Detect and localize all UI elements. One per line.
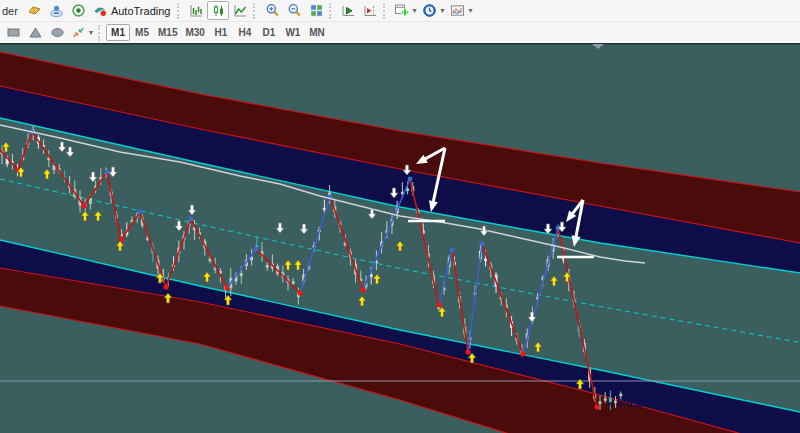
arrows-tool-icon [71,25,86,40]
zoom-out-button[interactable] [283,1,305,20]
toolbar-secondary: ▾M1M5M15M30H1H4D1W1MN [0,22,800,43]
bar-chart-icon [189,3,204,18]
ellipse-tool-button[interactable] [46,23,68,42]
toolbar-separator [383,3,388,19]
bar-chart-button[interactable] [185,1,207,20]
timeframe-m15-button[interactable]: M15 [154,24,181,41]
chevron-down-icon: ▾ [412,7,416,15]
zoom-in-icon [265,3,280,18]
toolbar-main: derAutoTrading▾▾▾ [0,0,800,22]
new-order-partial-label: der [2,5,18,17]
timeframe-mn-button[interactable]: MN [305,24,329,41]
toolbar-separator [253,3,258,19]
signal-icon [71,3,86,18]
add-indicator-icon [394,3,409,18]
signals-button[interactable] [68,1,90,20]
timeframe-h1-button[interactable]: H1 [209,24,233,41]
chevron-down-icon: ▾ [468,7,472,15]
triangle-tool-icon [28,25,43,40]
chart-shift-button[interactable] [359,1,381,20]
publisher-button[interactable] [46,1,68,20]
timeframe-d1-button[interactable]: D1 [257,24,281,41]
ellipse-tool-icon [50,25,65,40]
chart-shift-icon [363,3,378,18]
mt4-window: derAutoTrading▾▾▾ ▾M1M5M15M30H1H4D1W1MN … [0,0,800,433]
timeframe-w1-button[interactable]: W1 [281,24,305,41]
line-chart-button[interactable] [229,1,251,20]
order-tool-button[interactable] [24,1,46,20]
toolbar-separator [329,3,334,19]
zoom-in-button[interactable] [261,1,283,20]
line-chart-icon [233,3,248,18]
publisher-icon [49,3,64,18]
candlestick-icon [211,3,226,18]
autotrading-label: AutoTrading [111,5,173,17]
triangle-tool-button[interactable] [24,23,46,42]
timeframe-h4-button[interactable]: H4 [233,24,257,41]
auto-scroll-button[interactable] [337,1,359,20]
tile-windows-button[interactable] [305,1,327,20]
toolbar-separator [98,25,103,41]
rectangle-tool-icon [6,25,21,40]
timeframe-m1-button[interactable]: M1 [106,24,130,41]
toolbar-separator [177,3,182,19]
candlestick-chart-button[interactable] [207,1,229,20]
chevron-down-icon: ▾ [89,29,93,37]
gold-ingot-icon [27,3,42,18]
autotrading-button[interactable]: AutoTrading [90,1,176,20]
template-icon [450,3,465,18]
arrows-tool-button[interactable]: ▾ [68,23,96,42]
chart-top-border [0,43,800,45]
indicators-button[interactable]: ▾ [391,1,419,20]
chevron-down-icon: ▾ [440,7,444,15]
autotrading-icon [93,3,108,18]
auto-scroll-icon [341,3,356,18]
templates-button[interactable]: ▾ [447,1,475,20]
price-chart[interactable]: « 0:0:28 [0,43,800,433]
periods-button[interactable]: ▾ [419,1,447,20]
timeframe-m30-button[interactable]: M30 [181,24,208,41]
chart-area[interactable]: « 0:0:28 [0,43,800,433]
candle-countdown-timer: « 0:0:28 [607,397,648,409]
periods-clock-icon [422,3,437,18]
zoom-out-icon [287,3,302,18]
tile-windows-icon [309,3,324,18]
rectangle-tool-button[interactable] [2,23,24,42]
timeframe-m5-button[interactable]: M5 [130,24,154,41]
